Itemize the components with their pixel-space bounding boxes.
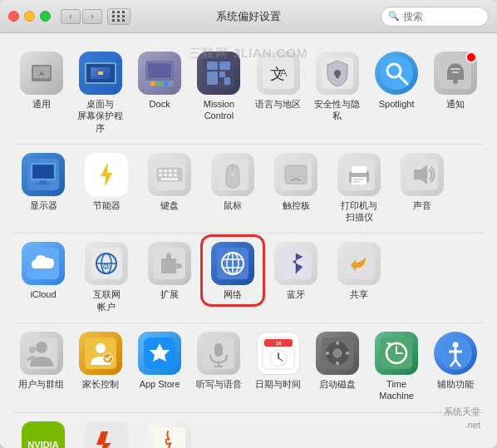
svg-rect-28 <box>452 71 459 73</box>
appstore-icon <box>138 332 181 375</box>
internet-label: 互联网帐户 <box>93 288 121 313</box>
icon-item-desktop[interactable]: 桌面与屏幕保护程序 <box>72 47 128 137</box>
svg-point-80 <box>96 343 106 353</box>
forward-button[interactable]: › <box>82 9 102 24</box>
desktop-label: 桌面与屏幕保护程序 <box>76 98 125 134</box>
timemachine-label: Time Machine <box>372 378 421 402</box>
icon-item-bluetooth[interactable]: 蓝牙 <box>266 237 326 303</box>
bluetooth-icon <box>274 242 317 285</box>
dictation-icon <box>197 332 240 375</box>
icon-item-display[interactable]: 显示器 <box>13 148 73 214</box>
startup-label: 启动磁盘 <box>319 378 356 390</box>
icon-item-general[interactable]: A 通用 <box>13 47 69 113</box>
language-label: 语言与地区 <box>255 98 301 110</box>
spotlight-label: Spotlight <box>379 98 415 110</box>
bluetooth-label: 蓝牙 <box>287 288 305 300</box>
icon-item-datetime[interactable]: 18 日期与时间 <box>250 327 306 393</box>
icon-item-timemachine[interactable]: Time Machine <box>369 327 425 406</box>
mission-icon <box>197 52 240 95</box>
extensions-icon <box>148 242 191 285</box>
svg-rect-40 <box>174 170 177 172</box>
grid-button[interactable] <box>107 8 130 25</box>
internet-icon: @ <box>85 242 128 285</box>
sound-label: 声音 <box>413 199 431 211</box>
icon-item-sound[interactable]: 声音 <box>392 148 452 214</box>
back-button[interactable]: ‹ <box>61 9 81 24</box>
icon-item-dictation[interactable]: 听写与语音 <box>191 327 247 393</box>
icon-item-mouse[interactable]: 鼠标 <box>203 148 263 214</box>
dock-label: Dock <box>150 98 170 110</box>
notify-label: 通知 <box>446 98 465 110</box>
svg-point-95 <box>333 349 342 357</box>
users-icon <box>20 332 63 375</box>
icon-item-energy[interactable]: 节能器 <box>76 148 136 214</box>
svg-rect-27 <box>450 68 460 70</box>
search-input[interactable] <box>403 11 478 22</box>
search-box[interactable]: 🔍 <box>381 7 489 27</box>
icon-item-share[interactable]: 共享 <box>329 237 389 303</box>
datetime-icon: 18 <box>257 332 300 375</box>
desktop-icon <box>79 52 122 95</box>
icon-item-notify[interactable]: 通知 <box>428 47 484 113</box>
icon-item-accessibility[interactable]: 辅助功能 <box>428 327 484 393</box>
maximize-button[interactable] <box>40 11 51 22</box>
java-icon <box>148 421 191 448</box>
icon-item-java[interactable]: Java <box>140 416 199 448</box>
svg-rect-42 <box>164 174 167 176</box>
extensions-label: 扩展 <box>160 288 179 300</box>
svg-text:A: A <box>280 66 288 79</box>
nav-buttons: ‹ › <box>61 9 102 24</box>
icloud-label: iCloud <box>30 288 56 300</box>
svg-rect-13 <box>207 71 218 85</box>
icon-item-spotlight[interactable]: Spotlight <box>369 47 425 113</box>
general-label: 通用 <box>32 98 51 110</box>
icon-item-icloud[interactable]: iCloud <box>13 237 73 303</box>
energy-label: 节能器 <box>93 199 121 211</box>
icon-item-users[interactable]: 用户与群组 <box>13 327 69 393</box>
users-label: 用户与群组 <box>18 378 64 390</box>
minimize-button[interactable] <box>24 11 35 22</box>
window-title: 系统偏好设置 <box>216 9 281 24</box>
mouse-icon <box>211 153 254 196</box>
close-button[interactable] <box>8 11 19 22</box>
icon-item-cuda[interactable]: NVIDIA CUDA <box>13 416 73 448</box>
svg-point-26 <box>453 79 458 84</box>
sound-icon <box>401 153 444 196</box>
timemachine-icon <box>375 332 418 375</box>
svg-rect-38 <box>164 170 167 172</box>
row-personal: A 通用 桌面与屏幕保护程序 <box>13 47 484 145</box>
icon-item-appstore[interactable]: App Store <box>132 327 188 393</box>
svg-point-8 <box>157 81 162 86</box>
icon-item-trackpad[interactable]: 触控板 <box>266 148 326 214</box>
icon-item-security[interactable]: 安全性与隐私 <box>309 47 365 126</box>
dock-icon <box>138 52 181 95</box>
svg-rect-84 <box>214 343 223 357</box>
titlebar: ‹ › 系统偏好设置 🔍 <box>0 0 497 33</box>
icon-item-parental[interactable]: 家长控制 <box>72 327 128 393</box>
row-other: NVIDIA CUDA Flash Player <box>13 416 484 448</box>
language-icon: 文 A <box>257 52 300 95</box>
icon-item-startup[interactable]: 启动磁盘 <box>309 327 365 393</box>
svg-point-103 <box>453 342 459 348</box>
datetime-label: 日期与时间 <box>255 378 301 390</box>
icon-item-extensions[interactable]: 扩展 <box>140 237 199 303</box>
svg-rect-41 <box>159 174 162 176</box>
svg-point-97 <box>336 362 339 365</box>
notify-icon <box>434 52 477 95</box>
icon-item-language[interactable]: 文 A 语言与地区 <box>250 47 306 113</box>
cuda-icon: NVIDIA <box>22 421 65 448</box>
trackpad-icon <box>274 153 317 196</box>
svg-rect-14 <box>219 71 225 77</box>
icon-item-dock[interactable]: Dock <box>132 47 188 113</box>
icon-item-printer[interactable]: 打印机与扫描仪 <box>329 148 389 227</box>
icon-item-flash[interactable]: Flash Player <box>76 416 136 448</box>
system-preferences-window: ‹ › 系统偏好设置 🔍 三联网 3LIAN.COM <box>0 0 497 448</box>
icon-item-network[interactable]: 网络 <box>203 237 263 303</box>
icon-item-keyboard[interactable]: 键盘 <box>140 148 199 214</box>
parental-icon <box>79 332 122 375</box>
parental-label: 家长控制 <box>82 378 119 390</box>
icon-item-mission[interactable]: MissionControl <box>191 47 247 126</box>
mouse-label: 鼠标 <box>224 199 242 211</box>
icon-item-internet[interactable]: @ 互联网帐户 <box>76 237 136 316</box>
svg-rect-56 <box>353 179 363 180</box>
